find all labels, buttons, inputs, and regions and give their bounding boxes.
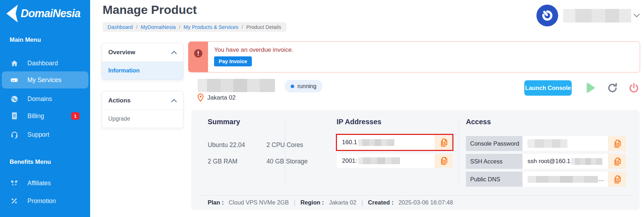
status-text: running — [297, 83, 316, 90]
receipt-icon — [10, 112, 19, 120]
actions-panel: Actions Upgrade — [102, 91, 183, 128]
copy-icon — [439, 156, 448, 166]
spec-storage: 40 GB Storage — [266, 158, 308, 165]
username-redacted — [563, 9, 631, 22]
plan-value: Cloud VPS NVMe 2GB — [229, 199, 289, 206]
access-row-console-password: Console Password — [466, 136, 626, 151]
alert-body: You have an overdue invoice. Pay Invoice — [208, 42, 293, 72]
shutdown-server-button[interactable] — [628, 82, 640, 95]
copy-ssh-button[interactable] — [608, 154, 626, 169]
power-logo-icon — [541, 9, 554, 22]
page-title: Manage Product — [103, 3, 197, 17]
copy-public-dns-button[interactable] — [608, 172, 626, 187]
sidebar-item-billing[interactable]: Billing 1 — [0, 107, 90, 125]
sidebar-item-my-services[interactable]: My Services — [2, 71, 88, 89]
play-icon — [583, 81, 596, 95]
chevron-up-icon — [171, 99, 177, 102]
copy-console-password-button[interactable] — [608, 136, 626, 151]
meta-bar: Plan : Cloud VPS NVMe 2GB | Region : Jak… — [208, 199, 453, 206]
summary-title: Summary — [208, 118, 240, 126]
section-divider — [285, 118, 285, 182]
domainesia-logo[interactable]: DomaiNesia — [5, 4, 80, 23]
status-badge: running — [285, 80, 322, 92]
main-menu-label: Main Menu — [10, 36, 41, 44]
region-value: Jakarta 02 — [329, 199, 356, 206]
cheers-icon — [10, 179, 19, 187]
headset-icon — [10, 130, 19, 139]
sidebar-item-affiliates[interactable]: Affiliates — [0, 175, 90, 192]
ip-visible-text: 2001: — [342, 157, 357, 165]
logo-text: DomaiNesia — [21, 7, 80, 20]
value-redacted — [528, 139, 567, 148]
section-divider — [459, 118, 459, 182]
breadcrumb-current: Product Details — [246, 24, 281, 30]
ip-value: 160.1 — [337, 135, 435, 150]
sidebar-item-label: Dashboard — [27, 60, 58, 67]
breadcrumb: Dashboard / MyDomaiNesia / My Products &… — [103, 22, 286, 32]
sidebar-item-dashboard[interactable]: Dashboard — [0, 55, 90, 72]
actions-title: Actions — [108, 97, 130, 104]
user-menu[interactable] — [536, 5, 640, 26]
sidebar-item-label: Support — [27, 131, 49, 138]
breadcrumb-separator: / — [136, 24, 137, 30]
copy-ip-button[interactable] — [435, 154, 452, 168]
access-label: SSH Access — [466, 154, 523, 169]
ip-visible-text: 160.1 — [342, 139, 357, 146]
meta-divider — [198, 195, 633, 196]
created-value: 2025-03-06 16:07:48 — [399, 199, 453, 206]
sidebar-item-support[interactable]: Support — [0, 126, 90, 143]
billing-badge: 1 — [71, 112, 79, 120]
percent-icon — [10, 197, 19, 205]
breadcrumb-link-mydomainesia[interactable]: MyDomaiNesia — [141, 24, 176, 30]
server-location: Jakarta 02 — [197, 93, 235, 102]
overview-item-information[interactable]: Information — [102, 62, 183, 80]
sidebar-item-label: Affiliates — [27, 180, 51, 187]
actions-item-upgrade[interactable]: Upgrade — [102, 110, 183, 128]
ip-addresses-title: IP Addresses — [337, 118, 381, 126]
ip-row-primary: 160.1 — [336, 134, 453, 151]
spec-ram: 2 GB RAM — [208, 158, 238, 165]
home-icon — [10, 59, 19, 67]
meta-separator: | — [294, 199, 296, 206]
value-redacted — [571, 158, 602, 165]
location-text: Jakarta 02 — [207, 94, 235, 101]
restart-server-button[interactable] — [607, 82, 618, 95]
access-value: ... — [523, 172, 608, 187]
sidebar-item-label: Billing — [27, 112, 44, 120]
copy-icon — [439, 138, 448, 147]
manage-product-page: DomaiNesia Main Menu Dashboard My Servic… — [0, 0, 644, 217]
ip-redacted — [358, 157, 400, 164]
breadcrumb-link-dashboard[interactable]: Dashboard — [108, 24, 133, 30]
overview-title: Overview — [108, 49, 135, 56]
power-icon — [628, 82, 640, 94]
plan-label: Plan : — [208, 199, 224, 206]
ip-value: 2001: — [337, 154, 435, 168]
sidebar-item-promotion[interactable]: Promotion — [0, 192, 90, 210]
access-label: Console Password — [466, 136, 523, 151]
created-label: Created : — [368, 199, 394, 206]
ip-redacted — [358, 139, 394, 146]
actions-panel-header[interactable]: Actions — [102, 91, 183, 110]
breadcrumb-link-products-services[interactable]: My Products & Services — [183, 24, 238, 30]
server-icon — [10, 76, 19, 84]
sidebar-item-label: Domains — [27, 95, 52, 103]
copy-icon — [612, 157, 622, 166]
sidebar-item-label: Promotion — [27, 197, 56, 205]
sidebar-item-domains[interactable]: Domains — [0, 90, 90, 107]
breadcrumb-separator: / — [242, 24, 243, 30]
overview-panel-header[interactable]: Overview — [102, 43, 183, 62]
alert-message: You have an overdue invoice. — [214, 46, 293, 54]
ip-row-secondary: 2001: — [337, 154, 452, 168]
pay-invoice-button[interactable]: Pay Invoice — [214, 56, 252, 66]
copy-ip-button[interactable] — [435, 135, 452, 150]
launch-console-button[interactable]: Launch Console — [524, 80, 572, 96]
ssh-visible-text: ssh root@160.1 — [528, 158, 570, 165]
overview-panel: Overview Information — [102, 43, 183, 80]
start-server-button[interactable] — [583, 81, 596, 96]
status-dot-icon — [291, 85, 294, 88]
spec-os: Ubuntu 22.04 — [208, 141, 245, 149]
map-pin-icon — [197, 93, 204, 102]
access-row-ssh: SSH Access ssh root@160.1 — [466, 154, 626, 169]
access-row-public-dns: Public DNS ... — [466, 172, 626, 187]
globe-icon — [10, 95, 19, 103]
